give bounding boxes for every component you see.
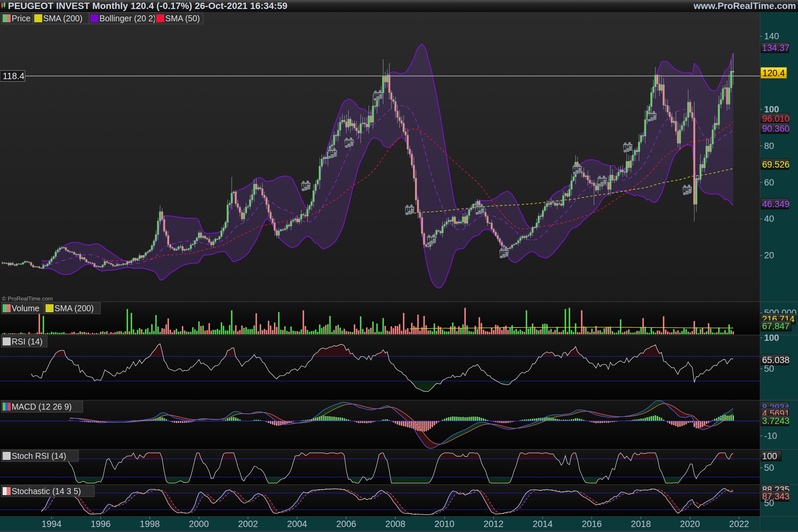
svg-text:Stochastic (14 3 5): Stochastic (14 3 5) <box>12 487 81 496</box>
svg-text:2006: 2006 <box>336 519 356 529</box>
svg-text:46.349: 46.349 <box>762 199 790 209</box>
svg-text:134.37: 134.37 <box>762 43 790 53</box>
svg-text:Volume: Volume <box>12 304 39 313</box>
svg-text:2020: 2020 <box>680 519 700 529</box>
svg-text:SMA (50): SMA (50) <box>165 14 200 23</box>
svg-text:50: 50 <box>764 498 774 508</box>
svg-text:PEUGEOT INVEST Monthly 120.4 (: PEUGEOT INVEST Monthly 120.4 (-0.17%) 26… <box>8 1 287 11</box>
svg-text:2010: 2010 <box>435 519 455 529</box>
svg-text:Price: Price <box>12 14 31 23</box>
svg-text:Stoch RSI (14): Stoch RSI (14) <box>12 451 66 460</box>
svg-text:96.010: 96.010 <box>762 114 790 124</box>
svg-text:120.4: 120.4 <box>762 68 785 78</box>
svg-text:3.7243: 3.7243 <box>762 416 790 426</box>
svg-text:2012: 2012 <box>483 519 504 529</box>
svg-text:2016: 2016 <box>582 519 602 529</box>
svg-text:118.4: 118.4 <box>3 71 25 81</box>
svg-text:100: 100 <box>762 451 777 461</box>
svg-text:2018: 2018 <box>631 519 651 529</box>
svg-text:1996: 1996 <box>91 519 111 529</box>
svg-text:2022: 2022 <box>729 519 749 529</box>
svg-text:2000: 2000 <box>189 519 209 529</box>
svg-text:2004: 2004 <box>287 519 307 529</box>
svg-text:SMA (200): SMA (200) <box>43 14 82 23</box>
svg-text:67,847: 67,847 <box>762 321 790 331</box>
svg-text:© ProRealTime.com: © ProRealTime.com <box>2 296 53 302</box>
svg-text:140: 140 <box>764 31 779 41</box>
svg-text:2002: 2002 <box>238 519 258 529</box>
svg-text:2008: 2008 <box>385 519 405 529</box>
svg-text:90.360: 90.360 <box>762 124 790 134</box>
svg-text:SMA (200): SMA (200) <box>55 304 94 313</box>
svg-text:-10: -10 <box>764 431 777 441</box>
svg-text:69.526: 69.526 <box>762 159 790 170</box>
svg-text:1994: 1994 <box>41 519 61 529</box>
svg-text:www.ProRealTime.com: www.ProRealTime.com <box>693 1 796 11</box>
svg-text:80: 80 <box>764 141 774 151</box>
svg-text:100: 100 <box>764 333 779 343</box>
svg-text:65.038: 65.038 <box>762 355 790 365</box>
svg-text:1998: 1998 <box>140 519 159 529</box>
svg-text:Bollinger (20 2): Bollinger (20 2) <box>99 14 156 23</box>
svg-text:2014: 2014 <box>533 519 553 529</box>
svg-text:60: 60 <box>764 177 774 188</box>
svg-text:50: 50 <box>764 463 774 473</box>
svg-text:20: 20 <box>764 250 774 260</box>
svg-text:40: 40 <box>764 214 774 224</box>
svg-text:RSI (14): RSI (14) <box>12 337 42 346</box>
svg-text:MACD (12 26 9): MACD (12 26 9) <box>12 402 72 411</box>
